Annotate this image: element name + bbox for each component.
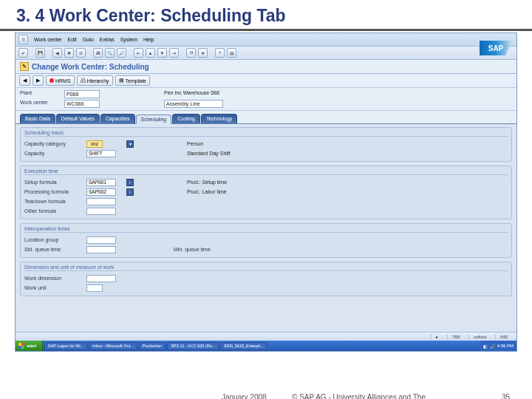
plant-field[interactable]: P088 (64, 90, 100, 98)
workcenter-description[interactable]: Assembly Line (164, 100, 223, 108)
template-icon: ▤ (119, 78, 124, 83)
status-arrow-icon: ▸ (431, 334, 443, 339)
workcenter-label: Work center (20, 100, 64, 108)
location-group-label: Location group (24, 237, 83, 242)
tab-content: Scheduling basis Capacity category 002 ▾… (16, 124, 516, 346)
task-item-outlook[interactable]: Inbox - Microsoft Out... (89, 342, 137, 350)
other-formula-label: Other formula (24, 208, 83, 214)
menu-system[interactable]: System (120, 37, 137, 42)
tray-icon: 🔊 (490, 344, 495, 349)
group-interoperation-times: Interoperation times Location group Std.… (20, 223, 512, 258)
start-button[interactable]: start (16, 341, 43, 351)
location-group-field[interactable] (86, 236, 116, 244)
cancel-icon[interactable]: ⊘ (76, 48, 86, 58)
header-fields: Plant P088 Pen Inc Warehouse 088 Work ce… (16, 88, 516, 111)
system-tray[interactable]: ◧ 🔊 4:56 PM (480, 341, 516, 351)
capacity-category-field[interactable]: 002 (86, 140, 103, 148)
save-icon[interactable]: 💾 (35, 48, 45, 58)
sys-menu-icon[interactable]: ☰ (18, 35, 28, 44)
menu-goto[interactable]: Goto (83, 37, 94, 42)
back-icon[interactable]: ◀ (52, 48, 62, 58)
find-next-icon[interactable]: 🔎 (117, 48, 126, 58)
hrms-button[interactable]: HRMS (46, 75, 75, 86)
tab-costing[interactable]: Costing (172, 114, 200, 123)
processing-formula-desc: Prod.: Labor time (187, 189, 276, 194)
hierarchy-button[interactable]: 品Hierarchy (77, 75, 113, 86)
windows-logo-icon (18, 343, 24, 349)
find-icon[interactable]: 🔍 (105, 48, 115, 58)
min-queue-label: Min. queue time (174, 247, 262, 252)
setup-formula-field[interactable]: SAP001 (86, 179, 116, 186)
teardown-formula-label: Teardown formula (24, 199, 83, 204)
group-execution-time: Execution time Setup formula SAP001 i Pr… (20, 166, 512, 219)
tab-capacities[interactable]: Capacities (100, 114, 135, 123)
menu-extras[interactable]: Extras (100, 37, 115, 42)
tab-technology[interactable]: Technology (201, 114, 237, 123)
slide-title: 3. 4 Work Center: Scheduling Tab (0, 0, 532, 31)
transaction-title-bar: ✎ Change Work Center: Scheduling (16, 60, 516, 74)
std-queue-label: Std. queue time (24, 247, 83, 252)
footer-copyright: © SAP AG - University Alliances and The … (292, 393, 440, 399)
work-unit-field[interactable] (86, 284, 103, 292)
capacity-field[interactable]: SHIFT (86, 150, 116, 157)
group-title-execution-time: Execution time (24, 168, 508, 175)
tab-strip: Basic Data Default Values Capacities Sch… (16, 111, 516, 124)
capacity-category-f4-icon[interactable]: ▾ (126, 140, 134, 148)
tab-default-values[interactable]: Default Values (56, 114, 100, 123)
ok-code-icon[interactable]: ✔ (18, 48, 28, 58)
std-queue-field[interactable] (86, 246, 116, 253)
prev-page-icon[interactable]: ▲ (146, 48, 155, 58)
menubar: ☰ Work center Edit Goto Extras System He… (16, 33, 516, 47)
plant-label: Plant (20, 90, 64, 98)
group-dimension-uom: Dimension and unit of measure of work Wo… (20, 262, 512, 296)
layout-icon[interactable]: ▤ (227, 48, 236, 58)
work-dimension-field[interactable] (86, 275, 116, 282)
first-page-icon[interactable]: ⇤ (134, 48, 143, 58)
hierarchy-icon: 品 (81, 77, 86, 84)
nav-right-button[interactable]: ▶ (33, 75, 44, 86)
windows-taskbar: start SAP Logon for Wi... Inbox - Micros… (16, 341, 516, 351)
capacity-desc: Standard Day Shift (187, 151, 276, 156)
work-dimension-label: Work dimension (24, 276, 83, 281)
tray-icon: ◧ (483, 344, 488, 349)
status-client: oxford (468, 335, 491, 339)
transaction-icon: ✎ (20, 62, 29, 71)
processing-formula-info-icon[interactable]: i (126, 188, 134, 196)
last-page-icon[interactable]: ⇥ (169, 48, 179, 58)
nav-left-button[interactable]: ◀ (19, 75, 30, 86)
setup-formula-info-icon[interactable]: i (126, 179, 134, 186)
tab-basic-data[interactable]: Basic Data (20, 114, 55, 123)
standard-toolbar: ✔ 💾 ◀ ✖ ⊘ 🖶 🔍 🔎 ⇤ ▲ ▼ ⇥ ⧉ ★ ? ▤ (16, 47, 516, 60)
task-item-production[interactable]: Production (139, 342, 166, 350)
sap-statusbar: ▸ 700 oxford INS (16, 332, 516, 341)
setup-formula-desc: Prod.: Setup time (187, 180, 276, 185)
group-title-interop: Interoperation times (24, 226, 508, 233)
task-item-esn[interactable]: ESN_5620_Enterpri... (220, 342, 267, 350)
menu-help[interactable]: Help (143, 37, 154, 42)
menu-workcenter[interactable]: Work center (34, 37, 62, 42)
exit-icon[interactable]: ✖ (64, 48, 74, 58)
footer-page-number: 35 (502, 393, 510, 399)
processing-formula-field[interactable]: SAP002 (86, 188, 116, 196)
setup-formula-label: Setup formula (24, 180, 83, 185)
task-item-sap-logon[interactable]: SAP Logon for Wi... (44, 342, 87, 350)
print-icon[interactable]: 🖶 (93, 48, 103, 58)
plant-description: Pen Inc Warehouse 088 (164, 90, 253, 98)
status-session: 700 (447, 335, 464, 339)
menu-edit[interactable]: Edit (68, 37, 77, 42)
transaction-title: Change Work Center: Scheduling (32, 63, 149, 71)
help-icon[interactable]: ? (215, 48, 225, 58)
task-item-sp3[interactable]: SP3-11 - ACC 620 (Re... (167, 342, 219, 350)
teardown-formula-field[interactable] (86, 198, 116, 205)
group-scheduling-basis: Scheduling basis Capacity category 002 ▾… (20, 127, 512, 162)
capacity-category-label: Capacity category (24, 141, 83, 146)
status-ins: INS (495, 335, 512, 339)
other-formula-field[interactable] (86, 208, 116, 215)
template-button[interactable]: ▤Template (115, 75, 150, 86)
work-unit-label: Work unit (24, 285, 83, 290)
next-page-icon[interactable]: ▼ (157, 48, 167, 58)
shortcut-icon[interactable]: ★ (198, 48, 208, 58)
workcenter-field[interactable]: WC088 (64, 100, 100, 108)
new-session-icon[interactable]: ⧉ (186, 48, 196, 58)
tab-scheduling[interactable]: Scheduling (136, 115, 172, 124)
